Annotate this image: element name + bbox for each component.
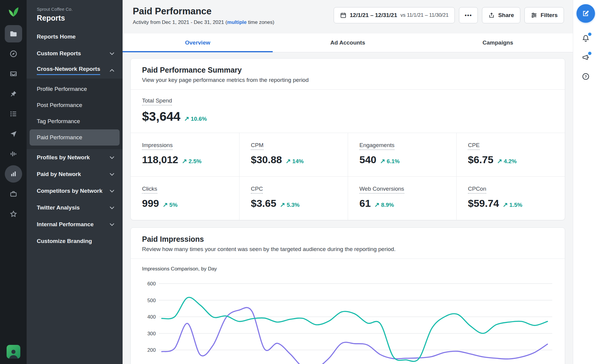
metric-label[interactable]: Clicks bbox=[142, 186, 157, 194]
sidebar-item-profiles-by-network[interactable]: Profiles by Network bbox=[27, 149, 123, 166]
svg-text:600: 600 bbox=[147, 281, 156, 287]
avatar-silhouette-icon bbox=[7, 348, 19, 359]
more-options-button[interactable]: ••• bbox=[459, 7, 478, 23]
pin-icon bbox=[10, 90, 17, 98]
metric-value: $6.75 bbox=[468, 154, 493, 166]
metric-clicks: Clicks 999 ↗5% bbox=[131, 176, 239, 220]
notifications-button[interactable] bbox=[579, 31, 593, 45]
cross-network-subsection: Profile Performance Post Performance Tag… bbox=[27, 79, 123, 149]
svg-text:200: 200 bbox=[147, 347, 156, 353]
metric-delta: ↗4.2% bbox=[497, 157, 517, 165]
sprout-leaf-icon bbox=[7, 6, 19, 18]
impressions-card-subtitle: Review how many times your content was s… bbox=[142, 246, 553, 253]
paper-plane-icon bbox=[9, 130, 18, 138]
chevron-down-icon bbox=[110, 173, 114, 176]
summary-card-title: Paid Performance Summary bbox=[142, 66, 553, 74]
metric-label[interactable]: Engagements bbox=[359, 142, 394, 150]
sidebar-item-paid-performance[interactable]: Paid Performance bbox=[30, 129, 120, 146]
svg-text:400: 400 bbox=[147, 314, 156, 320]
filters-icon bbox=[531, 12, 537, 19]
sidebar-item-cross-network-reports[interactable]: Cross-Network Reports bbox=[27, 62, 123, 79]
user-avatar[interactable] bbox=[7, 345, 20, 359]
metric-cpcon: CPCon $59.74 ↗1.5% bbox=[456, 176, 565, 220]
product-updates-button[interactable] bbox=[579, 50, 593, 65]
metric-label[interactable]: CPC bbox=[251, 186, 263, 194]
rail-reviews-button[interactable] bbox=[5, 205, 22, 223]
metric-delta: ↗5% bbox=[163, 201, 178, 208]
sidebar-item-post-performance[interactable]: Post Performance bbox=[30, 97, 120, 113]
page-title: Paid Performance bbox=[133, 6, 274, 17]
metric-value: $30.88 bbox=[251, 154, 282, 166]
metric-value: $3.65 bbox=[251, 198, 276, 209]
rail-inbox-button[interactable] bbox=[5, 65, 22, 82]
multiple-timezones-link[interactable]: multiple bbox=[227, 19, 247, 25]
calendar-icon bbox=[340, 12, 347, 19]
sidebar-item-paid-by-network[interactable]: Paid by Network bbox=[27, 166, 123, 183]
metric-label[interactable]: CPE bbox=[468, 142, 480, 150]
app-root: Sprout Coffee Co. Reports Reports Home C… bbox=[0, 0, 598, 364]
metric-value: $59.74 bbox=[468, 198, 499, 209]
metric-value: 118,012 bbox=[142, 154, 178, 166]
question-mark-icon: ? bbox=[582, 72, 590, 81]
sidebar-item-reports-home[interactable]: Reports Home bbox=[27, 28, 123, 45]
rail-reports-button[interactable] bbox=[5, 25, 22, 42]
rail-feeds-button[interactable] bbox=[5, 105, 22, 123]
trend-up-icon: ↗ bbox=[503, 201, 508, 208]
chevron-up-icon bbox=[110, 69, 114, 72]
share-icon bbox=[488, 12, 495, 19]
tab-campaigns[interactable]: Campaigns bbox=[423, 33, 573, 52]
metric-label[interactable]: CPCon bbox=[468, 186, 486, 194]
svg-text:300: 300 bbox=[147, 331, 156, 337]
svg-text:?: ? bbox=[585, 74, 587, 79]
list-icon bbox=[9, 110, 18, 118]
metric-label[interactable]: CPM bbox=[251, 142, 263, 150]
sidebar-header: Sprout Coffee Co. Reports bbox=[27, 7, 123, 28]
tab-overview[interactable]: Overview bbox=[123, 33, 273, 52]
sidebar-item-internal-performance[interactable]: Internal Performance bbox=[27, 216, 123, 233]
sidebar-item-profile-performance[interactable]: Profile Performance bbox=[30, 81, 120, 97]
report-tabs: Overview Ad Accounts Campaigns bbox=[123, 33, 573, 52]
metric-value: 999 bbox=[142, 198, 159, 209]
compass-icon bbox=[9, 50, 18, 58]
rail-dashboard-button[interactable] bbox=[5, 45, 22, 62]
impressions-card-title: Paid Impressions bbox=[142, 235, 553, 244]
paid-performance-summary-card: Paid Performance Summary View your key p… bbox=[130, 58, 565, 220]
total-spend-value: $3,644 bbox=[142, 109, 180, 124]
compose-button[interactable] bbox=[576, 4, 595, 23]
help-button[interactable]: ? bbox=[579, 69, 593, 84]
sidebar-item-twitter-analysis[interactable]: Twitter Analysis bbox=[27, 199, 123, 216]
total-spend-label[interactable]: Total Spend bbox=[142, 97, 172, 105]
sidebar-item-competitors-by-network[interactable]: Competitors by Network bbox=[27, 183, 123, 199]
trend-up-icon: ↗ bbox=[380, 157, 385, 165]
metric-delta: ↗5.3% bbox=[280, 201, 300, 208]
rail-publishing-button[interactable] bbox=[5, 85, 22, 103]
metric-label[interactable]: Web Conversions bbox=[359, 186, 404, 194]
chart-label: Impressions Comparison, by Day bbox=[142, 266, 553, 272]
company-name: Sprout Coffee Co. bbox=[37, 7, 112, 12]
trend-up-icon: ↗ bbox=[280, 201, 285, 208]
rail-tasks-button[interactable] bbox=[5, 185, 22, 203]
rail-messages-button[interactable] bbox=[5, 125, 22, 143]
filters-button[interactable]: Filters bbox=[524, 7, 564, 23]
tab-ad-accounts[interactable]: Ad Accounts bbox=[273, 33, 423, 52]
metric-engagements: Engagements 540 ↗6.1% bbox=[348, 133, 456, 176]
activity-subtitle: Activity from Dec 1, 2021 - Dec 31, 2021… bbox=[133, 19, 274, 25]
folder-icon bbox=[9, 30, 18, 38]
metric-delta: ↗1.5% bbox=[503, 201, 522, 208]
date-range-button[interactable]: 12/1/21 – 12/31/21 vs 11/1/21 – 11/30/21 bbox=[334, 7, 455, 23]
metric-delta: ↗14% bbox=[286, 157, 304, 165]
sidebar-item-custom-reports[interactable]: Custom Reports bbox=[27, 45, 123, 62]
sidebar-item-customize-branding[interactable]: Customize Branding bbox=[27, 233, 123, 250]
chevron-down-icon bbox=[110, 190, 114, 192]
metric-label[interactable]: Impressions bbox=[142, 142, 173, 150]
trend-up-icon: ↗ bbox=[163, 201, 168, 208]
sidebar-item-tag-performance[interactable]: Tag Performance bbox=[30, 113, 120, 129]
right-utility-rail: ? bbox=[573, 0, 598, 364]
sprout-logo[interactable] bbox=[7, 5, 20, 19]
rail-analytics-button[interactable] bbox=[5, 165, 22, 183]
page-header-text: Paid Performance Activity from Dec 1, 20… bbox=[133, 6, 274, 25]
inbox-icon bbox=[9, 70, 18, 78]
share-button[interactable]: Share bbox=[482, 7, 520, 23]
paid-impressions-card: Paid Impressions Review how many times y… bbox=[130, 227, 565, 364]
rail-listening-button[interactable] bbox=[5, 145, 22, 163]
